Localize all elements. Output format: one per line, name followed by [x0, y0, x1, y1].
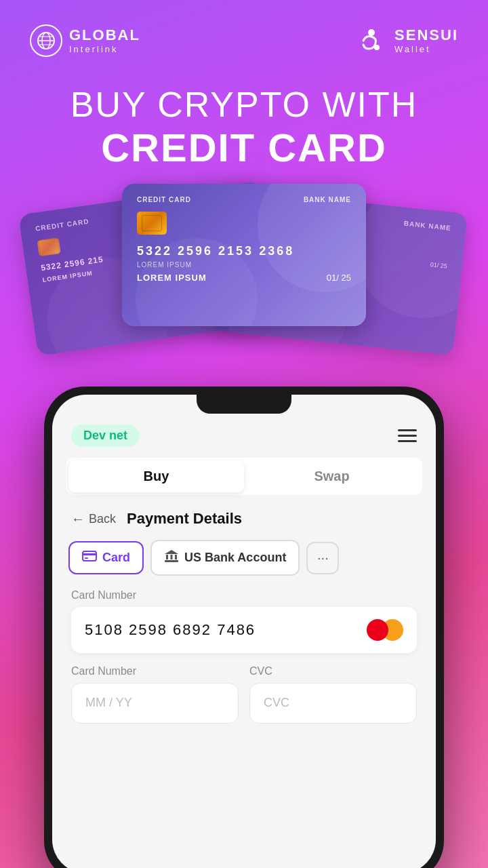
logo-left: GLOBAL Interlink: [30, 24, 140, 57]
card-expiry-center: 01/ 25: [327, 273, 351, 283]
devnet-badge: Dev net: [71, 425, 140, 447]
svg-rect-7: [83, 551, 96, 561]
card-number-section: Card Number 5108 2598 6892 7486: [52, 589, 436, 653]
chip-center: [137, 212, 167, 235]
tab-swap[interactable]: Swap: [244, 460, 420, 492]
card-label-center: CREDIT CARD: [137, 196, 191, 203]
cvc-label: CVC: [249, 665, 417, 677]
main-tabs: Buy Swap: [66, 458, 422, 495]
expiry-cvc-row: Card Number MM / YY CVC CVC: [52, 665, 436, 724]
svg-rect-11: [166, 555, 168, 559]
card-number-value: 5108 2598 6892 7486: [85, 621, 256, 639]
card-bank-right: BANK NAME: [403, 220, 451, 232]
phone-notch: [197, 395, 291, 414]
expiry-field-wrapper: Card Number MM / YY: [71, 665, 239, 724]
headline-line1: BUY CRYPTO WITH: [20, 84, 468, 125]
mastercard-icon: [367, 619, 403, 641]
card-number-center: 5322 2596 2153 2368: [137, 244, 351, 258]
brand-sub-right: Wallet: [394, 44, 458, 55]
cvc-placeholder: CVC: [264, 696, 289, 709]
svg-rect-9: [85, 557, 88, 559]
cvc-field-wrapper: CVC CVC: [249, 665, 417, 724]
back-arrow-icon: ←: [71, 511, 85, 527]
chip-left: [37, 237, 61, 256]
payment-methods: Card US Bank Account: [52, 540, 436, 589]
card-name-center: LOREM IPSUM: [137, 273, 207, 283]
top-bar: GLOBAL Interlink SENSUI Wallet: [0, 0, 488, 71]
tab-buy[interactable]: Buy: [68, 460, 244, 492]
logo-text-left: GLOBAL Interlink: [69, 26, 140, 55]
bank-icon: [164, 549, 179, 566]
mastercard-circle-red: [367, 619, 388, 641]
method-bank-label: US Bank Account: [184, 551, 286, 565]
brand-sub-left: Interlink: [69, 44, 140, 55]
svg-marker-10: [165, 550, 178, 554]
method-card-label: Card: [102, 551, 130, 565]
expiry-placeholder: MM / YY: [85, 696, 132, 709]
phone-outer: Dev net Buy Swap ← Back: [44, 387, 444, 868]
cvc-input[interactable]: CVC: [249, 683, 417, 724]
app-content: Dev net Buy Swap ← Back: [52, 395, 436, 868]
devnet-bar: Dev net: [52, 419, 436, 455]
svg-rect-14: [165, 560, 178, 562]
brand-name-right: SENSUI: [394, 26, 458, 44]
hamburger-menu-icon[interactable]: [398, 429, 417, 442]
payment-header: ← Back Payment Details: [52, 507, 436, 540]
headline-line2: CREDIT CARD: [20, 125, 468, 170]
globe-icon: [30, 24, 62, 57]
logo-text-right: SENSUI Wallet: [394, 26, 458, 55]
more-dots-icon: ···: [317, 550, 329, 566]
more-options-button[interactable]: ···: [306, 542, 339, 574]
svg-point-5: [368, 29, 375, 36]
brand-name-left: GLOBAL: [69, 26, 140, 44]
expiry-label: Card Number: [71, 665, 239, 677]
page-title: Payment Details: [127, 510, 242, 528]
svg-point-6: [374, 45, 380, 50]
card-expiry-right: 01/ 25: [430, 261, 447, 270]
cards-showcase: CREDIT CARD 5322 2596 215 LOREM IPSUM CR…: [27, 184, 461, 347]
method-bank-button[interactable]: US Bank Account: [150, 540, 300, 576]
card-bank-center: BANK NAME: [304, 196, 351, 203]
logo-right: SENSUI Wallet: [355, 24, 458, 57]
phone-inner: Dev net Buy Swap ← Back: [52, 395, 436, 868]
card-number-field[interactable]: 5108 2598 6892 7486: [71, 607, 417, 653]
svg-rect-13: [175, 555, 177, 559]
card-name-left: LOREM IPSUM: [42, 270, 93, 283]
expiry-input[interactable]: MM / YY: [71, 683, 239, 724]
svg-rect-12: [171, 555, 173, 559]
phone-mockup: Dev net Buy Swap ← Back: [44, 387, 444, 868]
sensui-icon: [355, 24, 388, 57]
svg-rect-8: [83, 553, 96, 555]
credit-card-center: CREDIT CARD BANK NAME 5322 2596 2153 236…: [122, 184, 366, 326]
card-label-left: CREDIT CARD: [35, 218, 89, 233]
card-number-label: Card Number: [71, 589, 417, 601]
card-sublabel-center: LOREM IPSUM: [137, 261, 351, 269]
card-icon: [82, 551, 97, 565]
headline: BUY CRYPTO WITH CREDIT CARD: [0, 71, 488, 177]
back-label: Back: [89, 512, 116, 526]
back-button[interactable]: ← Back: [71, 511, 116, 527]
method-card-button[interactable]: Card: [68, 541, 144, 574]
